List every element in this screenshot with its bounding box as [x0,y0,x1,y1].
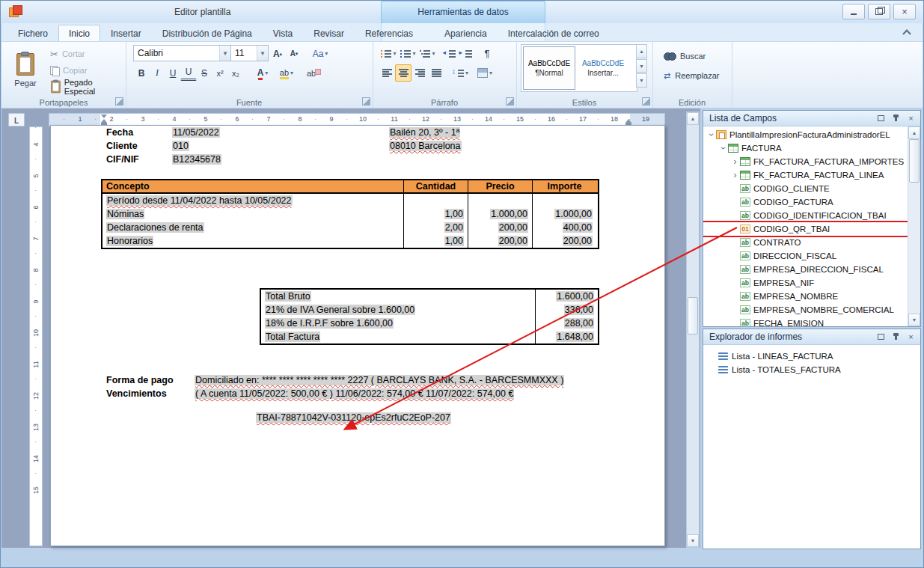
line-concepto[interactable]: Honorarios [106,236,153,246]
dialog-launcher-icon[interactable] [642,97,650,106]
tbai-code-field[interactable]: TBAI-78871042V-031120-epEs2rfuC2EoP-207 [256,412,451,423]
find-button[interactable]: Buscar [660,48,709,64]
field-list-scrollbar[interactable]: ▲ ▼ [908,126,920,326]
payment-value[interactable]: Domiciliado en: **** **** **** **** ****… [195,375,564,385]
field-list-item[interactable]: CODIGO_IDENTIFICACION_TBAI [703,209,908,222]
restore-button[interactable] [868,4,890,19]
dialog-launcher-icon[interactable] [506,97,514,106]
chevron-icon[interactable] [730,156,740,167]
line-precio[interactable]: 200,00 [498,222,528,233]
chevron-down-icon[interactable]: ▼ [257,46,268,61]
bullet-list-button[interactable] [379,45,398,62]
invoice-totals-table[interactable]: Total Bruto 1.600,00 21% de IVA General … [260,288,599,345]
total-label[interactable]: 21% de IVA General sobre 1.600,00 [265,305,415,315]
line-cantidad[interactable]: 2,00 [444,222,464,233]
ribbon-tab[interactable]: Revisar [303,25,355,41]
header-field-value[interactable]: 010 [172,141,189,151]
field-list-item[interactable]: FECHA_EMISION [703,317,908,326]
right-indent-marker[interactable] [625,114,632,125]
numbered-list-button[interactable] [398,45,417,62]
clear-formatting-button[interactable]: ab [301,64,322,82]
line-importe[interactable]: 1.000,00 [554,209,593,219]
total-value[interactable]: 1.600,00 [556,291,594,302]
report-list-item[interactable]: Lista - TOTALES_FACTURA [718,363,920,376]
shading-button[interactable] [474,64,495,82]
scroll-up-icon[interactable]: ▲ [908,126,920,139]
ribbon-tab[interactable]: Distribución de Página [152,25,263,41]
replace-button[interactable]: ⇄ Reemplazar [660,67,723,84]
total-value[interactable]: 288,00 [564,318,594,329]
grow-font-button[interactable]: A▴ [269,45,286,62]
gallery-down-button[interactable]: ▼ [636,59,647,73]
line-importe[interactable]: 400,00 [563,222,593,233]
total-label[interactable]: Total Factura [265,332,320,342]
tab-stop-selector[interactable] [8,113,25,126]
style-item[interactable]: AaBbCcDdE ¶Normal [523,46,575,90]
header-field-value[interactable]: B12345678 [172,154,221,165]
ribbon-tab[interactable]: Apariencia [434,25,498,41]
collapse-ribbon-icon[interactable] [902,28,912,36]
ribbon-tab[interactable]: Intercalación de correo [498,25,610,41]
chevron-icon[interactable] [718,143,728,153]
total-label[interactable]: Total Bruto [265,291,311,302]
float-panel-button[interactable] [875,331,887,343]
copy-button[interactable]: Copiar [46,62,91,79]
underline-button[interactable]: U [165,64,181,82]
text-highlight-button[interactable]: ab [275,64,298,82]
field-list-item[interactable]: CODIGO_FACTURA [703,195,908,209]
dialog-launcher-icon[interactable] [362,97,370,106]
field-list-item[interactable]: FK_FACTURA_FACTURA_IMPORTES [703,155,908,168]
line-concepto[interactable]: Declaraciones de renta [106,222,204,233]
float-panel-button[interactable] [875,112,887,124]
period-field[interactable]: Período desde 11/04/2022 hasta 10/05/202… [106,195,293,206]
line-precio[interactable]: 200,00 [498,236,528,246]
document-page[interactable]: Fecha 11/05/2022 Cliente 010 CIF/NIF B12… [50,125,665,546]
col-header-concepto[interactable]: Concepto [103,180,403,192]
gallery-up-button[interactable]: ▲ [636,44,647,58]
minimize-button[interactable] [842,4,865,19]
font-size-combo[interactable]: 11 ▼ [230,45,269,61]
justify-button[interactable] [428,64,444,82]
pin-panel-button[interactable] [890,112,902,124]
subscript-button[interactable]: x₂ [227,64,244,82]
line-concepto[interactable]: Nóminas [106,209,144,219]
ribbon-tab[interactable]: Vista [263,25,303,41]
col-header-importe[interactable]: Importe [532,180,596,192]
scroll-down-icon[interactable]: ▼ [687,534,699,547]
font-color-button[interactable]: A [251,64,274,82]
document-scrollbar[interactable]: ▲ ▼ [686,112,700,548]
line-importe[interactable]: 200,00 [563,236,593,246]
field-list-item[interactable]: EMPRESA_NIF [703,276,908,290]
chevron-icon[interactable] [706,129,716,140]
header-field-label[interactable]: Cliente [106,141,172,151]
header-field-label[interactable]: Fecha [106,127,172,138]
field-list-item[interactable]: CODIGO_QR_TBAI [703,222,908,236]
field-list-item[interactable]: EMPRESA_NOMBRE [703,290,908,303]
report-list-item[interactable]: Lista - LINEAS_FACTURA [718,349,920,363]
field-list-item[interactable]: FACTURA [703,141,908,155]
total-label[interactable]: 18% de I.R.P.F sobre 1.600,00 [265,318,394,329]
decrease-indent-button[interactable] [441,45,458,62]
payment-value[interactable]: ( A cuenta 11/05/2022: 500,00 € ) 11/06/… [195,388,514,399]
line-cantidad[interactable]: 1,00 [444,209,464,219]
total-value[interactable]: 336,00 [564,305,594,315]
line-precio[interactable]: 1.000,00 [490,209,528,219]
increase-indent-button[interactable] [458,45,474,62]
ribbon-tab[interactable]: Fichero [7,25,58,41]
close-panel-button[interactable]: × [905,112,917,124]
ribbon-tab[interactable]: Inicio [58,25,100,41]
close-button[interactable]: × [893,4,916,19]
scrollbar-thumb[interactable] [909,139,920,183]
align-left-button[interactable] [379,64,395,82]
italic-button[interactable]: I [149,64,165,82]
style-item[interactable]: AaBbCcDdE Insertar... [577,46,629,90]
chevron-down-icon[interactable]: ▼ [219,46,230,61]
align-right-button[interactable] [411,64,428,82]
field-list-item[interactable]: PlantillaImpresionFacturaAdministradorEL [703,128,908,141]
field-list-item[interactable]: CONTRATO [703,236,908,249]
scroll-down-icon[interactable]: ▼ [908,314,920,326]
header-field-value[interactable]: 11/05/2022 [172,127,220,138]
address-field[interactable]: 08010 Barcelona [389,141,462,151]
line-spacing-button[interactable] [449,64,471,82]
paste-button[interactable]: Pegar [7,44,44,97]
